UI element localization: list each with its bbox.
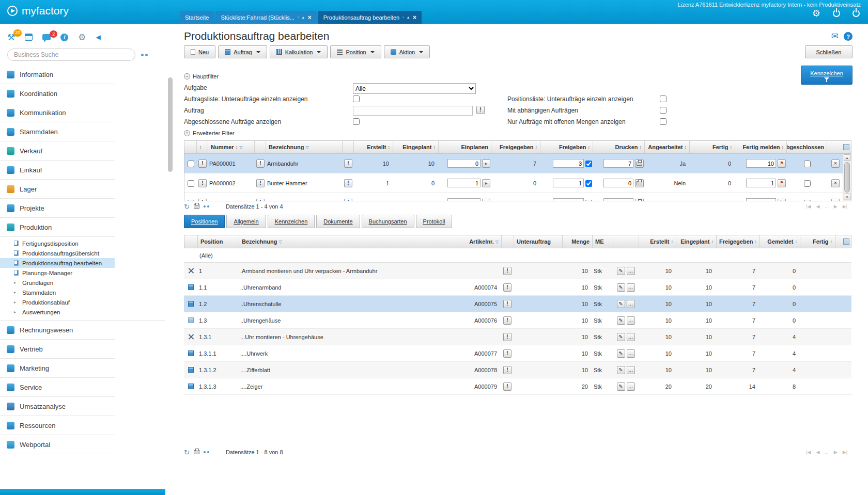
- connector-icon[interactable]: [141, 54, 148, 56]
- tab-state-icon[interactable]: ▫: [402, 15, 404, 20]
- info-button[interactable]: !: [344, 159, 352, 168]
- prev-page-icon[interactable]: ◀: [816, 450, 819, 455]
- sort-icon[interactable]: ↕: [795, 239, 798, 244]
- sort-icon[interactable]: ↕: [755, 239, 757, 244]
- edit-position-button[interactable]: ✎: [617, 267, 625, 275]
- order-row[interactable]: !PA000001!Armbanduhr!1010▸7Ja0⚑×: [184, 154, 844, 173]
- tab-allgemein[interactable]: Allgemein: [226, 215, 266, 228]
- orders-scrollbar[interactable]: ▲ ▼: [843, 154, 851, 201]
- filter-icon[interactable]: ▽: [278, 239, 282, 244]
- sidebar-subitem-auswertungen[interactable]: ▸Auswertungen: [0, 307, 115, 317]
- logoff-icon[interactable]: [833, 10, 840, 17]
- info-button[interactable]: !: [503, 349, 512, 358]
- freigeben-input[interactable]: [553, 179, 584, 187]
- abgeschlossen-checkbox[interactable]: [804, 180, 811, 187]
- info-button[interactable]: !: [198, 179, 207, 187]
- sidebar-item-stammdaten[interactable]: Stammdaten: [0, 122, 115, 141]
- info-button[interactable]: !: [256, 179, 265, 187]
- position-button[interactable]: Position: [330, 45, 381, 58]
- info-button[interactable]: !: [503, 382, 512, 391]
- tab-positionen[interactable]: Positionen: [184, 215, 225, 228]
- business-search-input[interactable]: [7, 49, 135, 61]
- sidebar-subitem-fertigungsdisposition[interactable]: Fertigungsdisposition: [0, 238, 115, 248]
- fertig-melden-button[interactable]: ⚑: [778, 179, 786, 187]
- sidebar-item-einkauf[interactable]: Einkauf: [0, 161, 115, 180]
- einplanen-input[interactable]: [447, 159, 481, 168]
- sidebar-scrollbar-thumb[interactable]: [168, 77, 173, 172]
- freigeben-input[interactable]: [553, 159, 584, 168]
- position-row[interactable]: 1.1..UhrenarmbandA000074!10Stk✎…101070: [184, 279, 851, 296]
- abgeschlossene-checkbox[interactable]: [353, 118, 360, 125]
- tab-pin-icon[interactable]: ▴: [407, 15, 409, 20]
- positionsliste-checkbox[interactable]: [660, 95, 667, 102]
- filter-icon[interactable]: ▽: [239, 145, 242, 150]
- auftrag-button[interactable]: Auftrag: [218, 45, 267, 58]
- sidebar-subitem-grundlagen[interactable]: ▸Grundlagen: [0, 278, 115, 288]
- columns-icon[interactable]: [843, 238, 849, 245]
- edit-position-button[interactable]: ✎: [617, 366, 625, 374]
- tab-pin-icon[interactable]: ▴: [302, 15, 304, 20]
- tab-state-icon[interactable]: ▫: [298, 15, 299, 20]
- sort-icon[interactable]: ↕: [388, 145, 391, 150]
- schliessen-button[interactable]: Schließen: [805, 45, 853, 58]
- scrollbar-thumb[interactable]: [844, 162, 850, 193]
- sort-icon[interactable]: ↕: [433, 145, 436, 150]
- columns-icon[interactable]: [843, 144, 849, 150]
- sidebar-subitem-produktionsauftragsübersicht[interactable]: Produktionsauftragsübersicht: [0, 248, 115, 258]
- order-row[interactable]: !!!▸⚑×: [184, 193, 844, 201]
- sidebar-subitem-stammdaten[interactable]: ▸Stammdaten: [0, 288, 115, 297]
- sort-icon[interactable]: ↕: [236, 145, 238, 150]
- tab-startseite[interactable]: Startseite: [180, 11, 214, 24]
- first-page-icon[interactable]: |◀: [806, 450, 811, 455]
- sort-icon[interactable]: ↕: [640, 145, 642, 150]
- position-row[interactable]: 1.3.1.1....UhrwerkA000077!10Stk✎…101074: [184, 345, 851, 362]
- more-options-button[interactable]: …: [627, 333, 635, 341]
- refresh-icon[interactable]: ↻: [184, 449, 190, 456]
- mail-icon[interactable]: ✉: [831, 31, 839, 42]
- scroll-up-icon[interactable]: ▲: [844, 154, 850, 161]
- sidebar-item-umsatzanalyse[interactable]: Umsatzanalyse: [0, 397, 115, 416]
- drucken-input[interactable]: [603, 159, 633, 168]
- row-select-checkbox[interactable]: [188, 161, 194, 167]
- last-page-icon[interactable]: ▶|: [843, 204, 847, 209]
- sort-icon[interactable]: ↕: [588, 145, 591, 150]
- last-page-icon[interactable]: ▶|: [843, 450, 847, 455]
- edit-position-button[interactable]: ✎: [617, 349, 625, 358]
- tab-protokoll[interactable]: Protokoll: [416, 215, 453, 228]
- sidebar-subitem-produktionsauftrag-bearbeiten[interactable]: Produktionsauftrag bearbeiten: [0, 258, 115, 268]
- sidebar-item-ressourcen[interactable]: Ressourcen: [0, 416, 115, 435]
- row-select-checkbox[interactable]: [188, 180, 194, 187]
- sidebar-item-marketing[interactable]: Marketing: [0, 359, 115, 378]
- sidebar-item-vertrieb[interactable]: Vertrieb: [0, 340, 115, 359]
- auftragsliste-checkbox[interactable]: [353, 95, 360, 102]
- settings-gear-icon[interactable]: ⚙: [812, 9, 820, 18]
- positions-filter-row[interactable]: (Alle): [184, 248, 851, 263]
- edit-position-button[interactable]: ✎: [617, 382, 625, 391]
- erweiterter-filter-toggle[interactable]: +Erweiterter Filter: [184, 130, 235, 136]
- more-options-button[interactable]: …: [627, 366, 635, 374]
- abhaengige-checkbox[interactable]: [660, 107, 667, 114]
- sidebar-item-verkauf[interactable]: Verkauf: [0, 141, 115, 161]
- position-row[interactable]: 1.3..UhrengehäuseA000076!10Stk✎…101070: [184, 312, 851, 329]
- first-page-icon[interactable]: |◀: [806, 204, 811, 209]
- neu-button[interactable]: Neu: [184, 45, 215, 58]
- chat-icon[interactable]: 2: [42, 34, 51, 40]
- info-button[interactable]: !: [503, 316, 512, 325]
- prev-page-icon[interactable]: ◀: [816, 204, 819, 209]
- fertig-melden-button[interactable]: ⚑: [778, 159, 786, 168]
- hauptfilter-toggle[interactable]: −Hauptfilter: [184, 73, 219, 79]
- info-button[interactable]: !: [503, 267, 512, 275]
- help-icon[interactable]: ?: [844, 32, 853, 41]
- order-row[interactable]: !PA000002!Bunter Hammer!10▸0Nein0⚑×: [184, 173, 844, 193]
- next-page-icon[interactable]: ▶: [834, 204, 838, 209]
- sidebar-subitem-planungs-manager[interactable]: Planungs-Manager: [0, 268, 115, 278]
- print-icon[interactable]: [194, 450, 199, 454]
- tab-buchungsarten[interactable]: Buchungsarten: [362, 215, 414, 228]
- einplanen-input[interactable]: [447, 179, 481, 187]
- aktion-button[interactable]: Aktion: [384, 45, 430, 58]
- tab-close-icon[interactable]: ×: [413, 14, 416, 21]
- filter-icon[interactable]: ▽: [305, 145, 308, 150]
- kennzeichen-button[interactable]: Kennzeichen: [801, 66, 853, 85]
- sidebar-item-koordination[interactable]: Koordination: [0, 84, 115, 103]
- refresh-icon[interactable]: ↻: [184, 203, 190, 211]
